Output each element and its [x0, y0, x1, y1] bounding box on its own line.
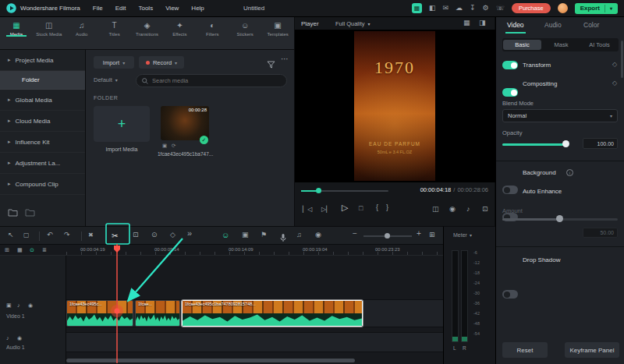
transform-toggle[interactable]	[502, 61, 518, 69]
purchase-button[interactable]: Purchase	[512, 3, 551, 13]
track-menu-icon[interactable]: ≣	[42, 247, 47, 253]
menu-file[interactable]: File	[93, 5, 103, 12]
redo-icon[interactable]: ↷	[64, 231, 70, 239]
timeline-scrollbar[interactable]	[66, 359, 355, 362]
split-scissors-icon[interactable]: ✂	[112, 231, 118, 240]
delete-folder-icon[interactable]	[25, 206, 35, 220]
sidebar-item-folder[interactable]: Folder	[0, 71, 85, 90]
quality-dropdown[interactable]: Full Quality▾	[335, 20, 370, 27]
keyframe-panel-button[interactable]: Keyframe Panel	[565, 342, 619, 358]
multi-view-icon[interactable]: ▦	[463, 19, 470, 27]
sync-icon[interactable]: ⟳	[172, 143, 176, 149]
reset-button[interactable]: Reset	[502, 342, 548, 358]
timeline-clip[interactable]: 1fcae43ec495c...	[66, 300, 133, 327]
track-grid-icon[interactable]: ▦	[17, 247, 23, 253]
more-tools-chevrons-icon[interactable]: »	[187, 229, 192, 238]
previous-frame-button[interactable]: ▏◁	[303, 207, 312, 213]
import-dropdown[interactable]: Import▾	[94, 56, 134, 69]
transform-keyframe-icon[interactable]: ◇	[612, 61, 617, 68]
seek-handle[interactable]	[316, 188, 321, 193]
fullscreen-icon[interactable]: ⊡	[482, 206, 488, 213]
subtab-ai-tools[interactable]: AI Tools	[580, 41, 619, 48]
support-icon[interactable]: ☏	[496, 5, 505, 12]
seek-bar[interactable]	[301, 190, 388, 192]
menu-help[interactable]: Help	[191, 5, 204, 12]
tab-color[interactable]: Color	[583, 21, 599, 29]
sort-dropdown[interactable]: Default▾	[94, 76, 118, 83]
microphone-icon[interactable]	[279, 231, 287, 246]
menu-edit[interactable]: Edit	[115, 5, 126, 12]
add-track-icon[interactable]: ⊞	[5, 247, 9, 253]
undo-icon[interactable]: ↶	[47, 231, 53, 239]
opacity-slider[interactable]	[502, 143, 568, 146]
stop-button[interactable]: □	[359, 205, 363, 212]
delete-icon[interactable]: ✖	[88, 232, 94, 239]
render-snapshot-icon[interactable]: ◉	[315, 231, 321, 239]
more-options-icon[interactable]: ⋯	[281, 55, 289, 63]
meter-dropdown[interactable]: Meter ▾	[453, 232, 472, 238]
speed-icon[interactable]: ⊙	[151, 231, 158, 239]
amount-value[interactable]: 50.00	[583, 228, 618, 238]
mute-track-icon[interactable]: ♪	[17, 302, 20, 308]
panel-scrollbar[interactable]	[621, 41, 623, 78]
opacity-value[interactable]: 100.00	[583, 138, 618, 149]
subtab-basic[interactable]: Basic	[503, 40, 541, 50]
sidebar-item-adjustment-layer[interactable]: ▸Adjustment La...	[0, 153, 85, 174]
info-icon[interactable]: i	[566, 169, 573, 176]
compositing-toggle[interactable]	[502, 88, 518, 97]
tab-effects[interactable]: ✦Effects	[163, 17, 196, 37]
new-folder-icon[interactable]	[8, 206, 18, 220]
export-caret-icon[interactable]: ▾	[610, 5, 612, 11]
apps-icon[interactable]: ▦	[412, 3, 422, 13]
background-toggle[interactable]	[502, 186, 518, 194]
amount-slider-handle[interactable]	[556, 215, 563, 222]
tab-audio[interactable]: ♫Audio	[66, 17, 98, 37]
sticker-tool-icon[interactable]: ☺	[222, 231, 229, 239]
compositing-keyframe-icon[interactable]: ◇	[612, 80, 617, 87]
cloud-icon[interactable]: ☁	[456, 5, 463, 12]
tab-video[interactable]: Video	[507, 21, 524, 29]
record-dropdown[interactable]: Record▾	[139, 56, 184, 69]
avatar[interactable]	[558, 3, 568, 13]
keyframe-icon[interactable]: ◇	[170, 231, 176, 239]
sidebar-item-compound-clip[interactable]: ▸Compound Clip	[0, 174, 85, 195]
blend-mode-dropdown[interactable]: Normal ▾	[502, 109, 618, 122]
tab-titles[interactable]: TTitles	[98, 17, 131, 37]
tab-stickers[interactable]: ☺Stickers	[229, 17, 261, 37]
zoom-slider-handle[interactable]	[385, 233, 390, 239]
timeline-clip[interactable]: 1fcae...	[135, 300, 180, 327]
mark-out-button[interactable]: }	[386, 204, 388, 211]
snap-icon[interactable]: ⊙	[30, 247, 34, 253]
mute-track-icon[interactable]: ♪	[6, 335, 9, 341]
zoom-out-icon[interactable]: −	[353, 230, 357, 238]
settings-icon[interactable]: ⚙	[483, 5, 489, 12]
sidebar-item-global-media[interactable]: ▸Global Media	[0, 90, 85, 111]
zoom-in-icon[interactable]: +	[417, 230, 421, 238]
split-screen-icon[interactable]: ◧	[429, 5, 436, 12]
tab-filters[interactable]: ◐Filters	[196, 17, 229, 37]
timeline-ruler[interactable]: 00:00:04:19 00:00:09:14 00:00:14:09 00:0…	[66, 245, 443, 256]
marker-icon[interactable]: ⚑	[261, 231, 267, 239]
hide-track-icon[interactable]: ◉	[17, 335, 22, 341]
drop-shadow-toggle[interactable]	[502, 290, 518, 299]
search-box[interactable]	[136, 74, 287, 87]
detach-player-icon[interactable]: ◨	[479, 19, 486, 27]
tab-templates[interactable]: ▣Templates	[261, 17, 294, 37]
mirror-view-icon[interactable]: ◫	[432, 206, 439, 213]
message-icon[interactable]: ✉	[443, 5, 449, 12]
menu-tools[interactable]: Tools	[138, 5, 153, 12]
menu-view[interactable]: View	[165, 5, 179, 12]
search-input[interactable]	[152, 77, 277, 84]
subtab-mask[interactable]: Mask	[542, 41, 580, 48]
screen-record-icon[interactable]: ▣	[242, 231, 249, 239]
crop-icon[interactable]: ⊡	[133, 231, 139, 239]
download-icon[interactable]: ↧	[470, 5, 476, 12]
pointer-tool-icon[interactable]: ↖	[8, 231, 14, 239]
tab-audio-props[interactable]: Audio	[544, 21, 562, 29]
speaker-icon[interactable]: ♪	[466, 206, 470, 213]
sidebar-item-project-media[interactable]: ▸Project Media	[0, 50, 85, 71]
next-frame-button[interactable]: ▷▏	[321, 207, 331, 213]
tab-stock-media[interactable]: ◫Stock Media	[33, 17, 66, 37]
select-tool-icon[interactable]: ▢	[23, 232, 30, 239]
filter-icon[interactable]	[267, 58, 275, 72]
